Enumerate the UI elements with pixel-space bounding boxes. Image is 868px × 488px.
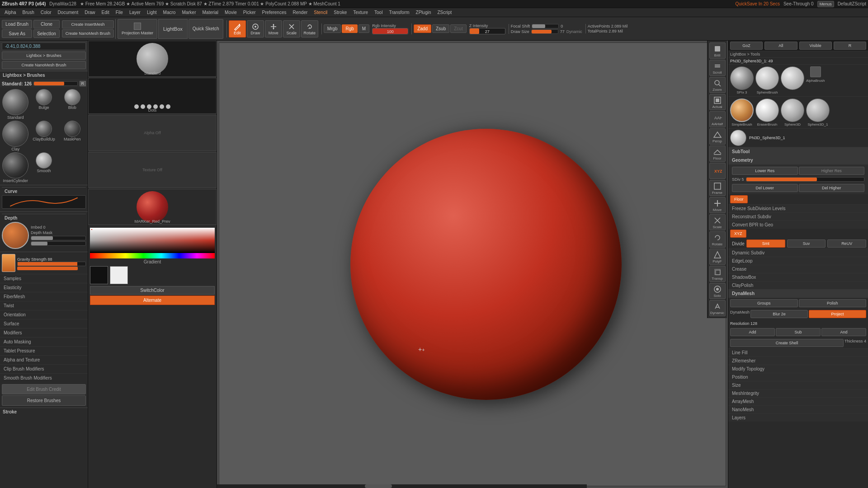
- draw-size-slider[interactable]: [531, 29, 558, 34]
- freeze-subdiv-item[interactable]: Freeze SubDivision Levels: [728, 204, 868, 212]
- menu-edit[interactable]: Edit: [99, 9, 112, 16]
- edgeloop-item[interactable]: EdgeLoop: [728, 257, 868, 265]
- edit-button[interactable]: Edit: [229, 20, 246, 38]
- menu-macro[interactable]: Macro: [160, 9, 179, 16]
- tablet-item[interactable]: Tablet Pressure: [0, 346, 88, 355]
- menu-picker[interactable]: Picker: [241, 9, 259, 16]
- menu-light[interactable]: Light: [144, 9, 160, 16]
- save-as-button[interactable]: Save As: [2, 29, 32, 38]
- pn3d-sphere-thumb[interactable]: [730, 130, 746, 146]
- menu-tool[interactable]: Tool: [372, 9, 385, 16]
- menu-render[interactable]: Render: [290, 9, 311, 16]
- hscroll-thumb[interactable]: [365, 484, 392, 488]
- r-button[interactable]: R: [834, 42, 866, 50]
- groups-button[interactable]: Groups: [730, 299, 798, 307]
- selection-button[interactable]: SelectIon: [33, 29, 60, 38]
- zoom-button[interactable]: Zoom: [709, 77, 726, 93]
- menu-texture[interactable]: Texture: [350, 9, 371, 16]
- brush-claybuild[interactable]: ClayBuildUp: [30, 121, 58, 151]
- sdiv-slider[interactable]: [746, 177, 864, 182]
- brush-standard[interactable]: Standard: [2, 89, 29, 120]
- scroll-button[interactable]: Scroll: [709, 60, 726, 76]
- add-button[interactable]: Add: [730, 328, 775, 336]
- texture-off-thumb[interactable]: Texture Off: [88, 152, 217, 188]
- brush-size-slider[interactable]: [33, 81, 77, 86]
- black-swatch[interactable]: [90, 266, 108, 284]
- size-item[interactable]: Size: [728, 381, 868, 389]
- switch-color-button[interactable]: SwitchColor: [90, 286, 215, 295]
- rotate-vtool-button[interactable]: Rotate: [709, 231, 726, 248]
- dynamic-subdiv-item[interactable]: Dynamic Subdiv: [728, 249, 868, 257]
- floor-vtool-button[interactable]: Floor: [709, 145, 726, 162]
- brush-blob[interactable]: Blob: [58, 89, 86, 120]
- zsub-button[interactable]: Zsub: [432, 24, 449, 33]
- scale-vtool-button[interactable]: Scale: [709, 214, 726, 230]
- sphere3d1-preview[interactable]: Sphere3D_1: [806, 99, 830, 127]
- samples-item[interactable]: Samples: [0, 274, 88, 283]
- modify-topology-item[interactable]: Modify Topology: [728, 365, 868, 373]
- menu-stencil[interactable]: Stencil: [311, 9, 330, 16]
- dynamic-persp-button[interactable]: Persp: [709, 128, 726, 145]
- rgb-button[interactable]: Rgb: [342, 24, 357, 33]
- alternate-button[interactable]: Alternate: [90, 296, 215, 305]
- lightbox-brushes-header[interactable]: Lightbox > Brushes: [0, 71, 88, 79]
- restore-brushes-button[interactable]: Restore Brushes: [2, 395, 86, 406]
- brush-clay[interactable]: Clay: [2, 121, 29, 151]
- menu-stroke[interactable]: Stroke: [331, 9, 349, 16]
- menu-document[interactable]: Document: [55, 9, 81, 16]
- pn3d-preview[interactable]: [781, 66, 804, 94]
- eraserbrush-preview[interactable]: EraserBrush: [755, 99, 779, 127]
- convert-bpr-item[interactable]: Convert BPR to Geo: [728, 221, 868, 229]
- menu-alpha[interactable]: Alpha: [2, 9, 19, 16]
- reconstruct-subdiv-item[interactable]: Reconstruct Subdiv: [728, 212, 868, 221]
- geometry-header[interactable]: Geometry: [728, 156, 868, 164]
- xyz-vtool-button[interactable]: XYZ: [709, 163, 726, 179]
- surface-item[interactable]: Surface: [0, 319, 88, 328]
- menu-movie[interactable]: Movie: [222, 9, 240, 16]
- brush-maskpen[interactable]: MaskPen: [58, 121, 86, 151]
- butter-depth-slider[interactable]: [31, 236, 86, 240]
- focal-shift-slider[interactable]: [532, 24, 559, 28]
- aahalf-button[interactable]: AAH AAHalf: [709, 111, 726, 127]
- zadd-button[interactable]: Zadd: [414, 24, 431, 33]
- polyf-button[interactable]: PolyF: [709, 249, 726, 265]
- dynamesh-header[interactable]: DynaMesh: [728, 289, 868, 298]
- smooth-modifiers-item[interactable]: Smooth Brush Modifiers: [0, 373, 88, 382]
- brush-bulge[interactable]: Bulge: [30, 89, 58, 120]
- project-button[interactable]: Project: [809, 310, 866, 318]
- brill-button[interactable]: Brill: [709, 42, 726, 59]
- create-insert-mesh-button[interactable]: Create InsertMesh: [62, 20, 114, 28]
- actual-button[interactable]: Actual: [709, 94, 726, 110]
- curve-header[interactable]: Curve: [2, 187, 86, 195]
- create-nanomesh-panel-button[interactable]: Create NanoMesh Brush: [2, 61, 86, 69]
- goz-button[interactable]: GoZ: [730, 42, 763, 50]
- brush-insertcylinder[interactable]: InsertCylinder: [2, 152, 29, 183]
- del-lower-button[interactable]: Del Lower: [732, 184, 798, 192]
- brush-smooth[interactable]: Smooth: [30, 152, 58, 183]
- sub-dynamesh-button[interactable]: Sub: [776, 328, 821, 336]
- claypolish-item[interactable]: ClayPolish: [728, 281, 868, 289]
- automasking-item[interactable]: Auto Masking: [0, 337, 88, 346]
- smt-button[interactable]: Smt: [746, 239, 785, 248]
- menu-transform[interactable]: Transform: [386, 9, 412, 16]
- nanomesh-item[interactable]: NanoMesh: [728, 405, 868, 413]
- line-fill-item[interactable]: Line Fill: [728, 348, 868, 357]
- menu-marker[interactable]: Marker: [179, 9, 198, 16]
- arraymesh-item[interactable]: ArrayMesh: [728, 397, 868, 405]
- color-gradient[interactable]: [90, 228, 215, 253]
- polish-button[interactable]: Polish: [799, 299, 867, 307]
- projection-master-button[interactable]: Projection Master: [118, 19, 157, 39]
- rotate-button[interactable]: Rotate: [301, 20, 318, 38]
- gravity-slider[interactable]: [17, 262, 86, 266]
- horizontal-scrollbar[interactable]: [217, 484, 587, 488]
- alphabrush-preview[interactable]: AlphaBrush: [806, 66, 825, 94]
- inner-depth-slider[interactable]: [31, 241, 86, 246]
- visible-button[interactable]: Visible: [799, 42, 832, 50]
- spix3-preview[interactable]: SPix 3: [730, 66, 754, 94]
- menu-layer[interactable]: Layer: [127, 9, 143, 16]
- menu-zscript[interactable]: ZScript: [435, 9, 455, 16]
- fibermesh-item[interactable]: FiberMesh: [0, 292, 88, 301]
- alpha-texture-item[interactable]: Alpha and Texture: [0, 355, 88, 364]
- frame-button[interactable]: Frame: [709, 180, 726, 196]
- shadowbox-item[interactable]: ShadowBox: [728, 273, 868, 281]
